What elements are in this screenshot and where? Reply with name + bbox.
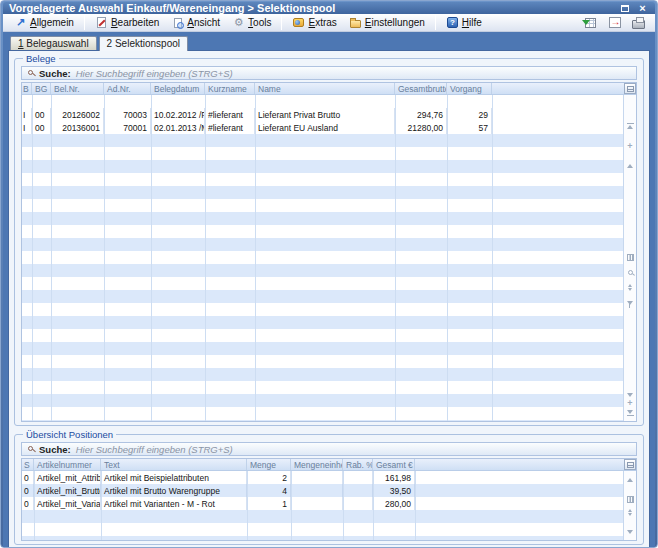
settings-icon	[349, 16, 362, 29]
search-label: Suche:	[39, 68, 71, 79]
scroll-to-bottom-icon[interactable]	[626, 408, 635, 417]
empty-row	[22, 212, 623, 225]
empty-row	[22, 264, 623, 277]
menu-item-ansicht[interactable]: Ansicht	[166, 14, 225, 31]
scroll-up-icon[interactable]	[626, 161, 635, 170]
col-header-bg[interactable]: BG	[32, 83, 51, 94]
col-header-vorgang[interactable]: Vorgang	[447, 83, 492, 94]
col-header-name[interactable]: Name	[255, 83, 395, 94]
belege-groupbox: Belege Suche: Hier Suchbegriff eingeben …	[14, 53, 644, 426]
empty-row	[22, 186, 623, 199]
title-bar: Vorgelagerte Auswahl Einkauf/Wareneingan…	[3, 2, 655, 14]
column-chooser-button[interactable]	[624, 83, 636, 94]
empty-row	[22, 251, 623, 264]
menu-item-tools[interactable]: ⚙ Tools	[227, 14, 276, 31]
export-button[interactable]	[606, 15, 623, 30]
empty-row	[22, 523, 623, 536]
col-header-belnr[interactable]: Bel.Nr.	[51, 83, 104, 94]
printer-icon	[632, 20, 645, 29]
restore-button[interactable]	[618, 2, 631, 14]
table-side-toolbar	[623, 471, 636, 540]
help-icon: ?	[446, 16, 459, 29]
empty-row	[22, 329, 623, 342]
empty-row	[22, 277, 623, 290]
window-title: Vorgelagerte Auswahl Einkauf/Wareneingan…	[9, 2, 335, 14]
table-row[interactable]: 0 Artikel_mit_Varianten. Artikel mit Var…	[22, 497, 623, 510]
main-panel: Belege Suche: Hier Suchbegriff eingeben …	[8, 50, 650, 548]
table-import-button[interactable]	[582, 15, 599, 30]
table-row[interactable]: 0 Artikel_mit_Attributen Artikel mit Bei…	[22, 471, 623, 484]
column-chooser-button[interactable]	[624, 459, 636, 470]
col-header-menge[interactable]: Menge	[247, 459, 291, 470]
empty-row	[22, 225, 623, 238]
add-row-icon[interactable]: +	[626, 399, 635, 408]
belege-search-input[interactable]: Suche: Hier Suchbegriff eingeben (STRG+S…	[21, 66, 637, 80]
search-placeholder: Hier Suchbegriff eingeben (STRG+S)	[76, 444, 233, 455]
columns-view-icon[interactable]	[626, 495, 635, 504]
table-row[interactable]: I 00 20126001 70002 10.02.2012 /Fr #lief…	[22, 95, 623, 108]
belege-table-body: I 00 20126001 70002 10.02.2012 /Fr #lief…	[22, 95, 636, 421]
col-header-belegdatum[interactable]: Belegdatum	[151, 83, 205, 94]
empty-row	[22, 342, 623, 355]
empty-row	[22, 536, 623, 540]
search-icon	[28, 70, 33, 75]
table-row[interactable]: 0 Artikel_mit_Brutto_WG Artikel mit Brut…	[22, 484, 623, 497]
menu-separator	[281, 15, 282, 30]
empty-row	[22, 290, 623, 303]
menu-item-hilfe[interactable]: ? Hilfe	[441, 14, 487, 31]
add-row-icon[interactable]: +	[626, 142, 635, 151]
gear-icon: ⚙	[232, 16, 245, 29]
col-header-kurzname[interactable]: Kurzname	[205, 83, 255, 94]
sort-icon[interactable]	[626, 508, 635, 517]
search-zoom-icon[interactable]	[626, 268, 635, 277]
table-import-icon	[585, 18, 596, 28]
empty-row	[22, 303, 623, 316]
export-arrow-icon	[609, 17, 621, 28]
table-side-toolbar: + +	[623, 95, 636, 421]
scroll-to-top-icon[interactable]	[626, 121, 635, 130]
col-header-gesamt[interactable]: Gesamt €	[373, 459, 415, 470]
app-window: Vorgelagerte Auswahl Einkauf/Wareneingan…	[0, 0, 658, 548]
scroll-up-icon[interactable]	[626, 475, 635, 484]
col-header-mengeneinheit[interactable]: Mengeneinheit	[291, 459, 343, 470]
empty-row	[22, 381, 623, 394]
col-header-s[interactable]: S	[22, 459, 34, 470]
empty-row	[22, 510, 623, 523]
workspace: 1 Belegauswahl 2 Selektionspool Belege S…	[3, 32, 655, 548]
filter-icon[interactable]	[626, 298, 635, 307]
empty-row	[22, 199, 623, 212]
sort-icon[interactable]	[626, 283, 635, 292]
print-button[interactable]	[630, 15, 647, 30]
col-header-rab[interactable]: Rab. %	[343, 459, 373, 470]
positionen-search-input[interactable]: Suche: Hier Suchbegriff eingeben (STRG+S…	[21, 442, 637, 456]
table-row[interactable]: I 00 20136001 70001 02.01.2013 /Mi #lief…	[22, 121, 623, 134]
toolbar-right	[582, 15, 649, 30]
extras-icon	[292, 16, 305, 29]
col-header-b[interactable]: B	[22, 83, 32, 94]
belege-table: B BG Bel.Nr. Ad.Nr. Belegdatum Kurzname …	[21, 82, 637, 422]
col-header-gesamtbrutto[interactable]: Gesamtbrutto	[395, 83, 447, 94]
col-header-artikelnummer[interactable]: Artikelnummer	[34, 459, 101, 470]
menu-item-extras[interactable]: Extras	[287, 14, 341, 31]
columns-icon	[627, 462, 634, 468]
scroll-down-icon[interactable]	[626, 527, 635, 536]
view-icon	[171, 16, 184, 29]
close-button[interactable]: ×	[636, 2, 649, 14]
menu-item-allgemein[interactable]: ↗ Allgemein	[9, 14, 79, 31]
menu-item-einstellungen[interactable]: Einstellungen	[344, 14, 430, 31]
menu-separator	[84, 15, 85, 30]
search-icon	[28, 446, 33, 451]
col-header-text[interactable]: Text	[101, 459, 247, 470]
tab-belegauswahl[interactable]: 1 Belegauswahl	[10, 36, 97, 50]
menu-item-bearbeiten[interactable]: Bearbeiten	[90, 14, 164, 31]
columns-view-icon[interactable]	[626, 253, 635, 262]
belege-legend: Belege	[23, 53, 59, 64]
positionen-table: S Artikelnummer Text Menge Mengeneinheit…	[21, 458, 637, 541]
col-header-adnr[interactable]: Ad.Nr.	[104, 83, 151, 94]
search-label: Suche:	[39, 444, 71, 455]
empty-row	[22, 394, 623, 407]
arrow-ne-icon: ↗	[14, 16, 27, 29]
empty-row	[22, 238, 623, 251]
tab-selektionspool[interactable]: 2 Selektionspool	[99, 36, 188, 51]
table-row[interactable]: I 00 20126002 70003 10.02.2012 /Fr #lief…	[22, 108, 623, 121]
